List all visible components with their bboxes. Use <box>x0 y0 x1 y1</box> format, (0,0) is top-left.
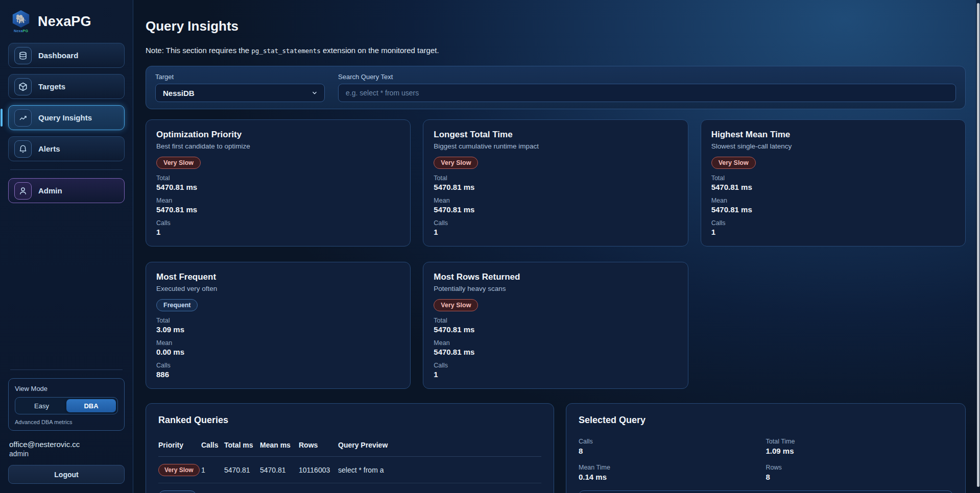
ranked-queries-panel: Ranked Queries Priority Calls Total ms M… <box>146 403 554 493</box>
logout-button[interactable]: Logout <box>8 465 125 484</box>
status-badge: Very Slow <box>434 299 478 311</box>
card-subtitle: Biggest cumulative runtime impact <box>434 142 677 150</box>
card-subtitle: Potentially heavy scans <box>434 285 677 292</box>
search-label: Search Query Text <box>338 73 956 81</box>
card-title: Optimization Priority <box>156 130 400 140</box>
sidebar: 🐘 NexaPG NexaPG Dashboard Targets Query … <box>0 0 133 493</box>
brand: 🐘 NexaPG NexaPG <box>8 9 125 43</box>
chart-line-icon <box>14 109 32 127</box>
sidebar-item-query-insights[interactable]: Query Insights <box>8 105 125 130</box>
table-row[interactable]: Very Slow 1 5470.81 5470.81 10116003 sel… <box>158 457 541 483</box>
card-title: Longest Total Time <box>434 130 677 140</box>
inline-code: pg_stat_statements <box>251 47 320 55</box>
view-mode-toggle: Easy DBA <box>15 397 118 414</box>
sidebar-divider <box>10 369 123 370</box>
sidebar-item-admin[interactable]: Admin <box>8 178 125 203</box>
selected-query-title: Selected Query <box>579 415 953 426</box>
card-highest-mean-time: Highest Mean Time Slowest single-call la… <box>701 119 966 246</box>
view-mode-box: View Mode Easy DBA Advanced DBA metrics <box>8 378 125 431</box>
card-longest-total-time: Longest Total Time Biggest cumulative ru… <box>423 119 688 246</box>
target-select-value: NessiDB <box>163 89 195 97</box>
user-email: office@nesterovic.cc <box>8 439 125 449</box>
status-badge: Frequent <box>156 299 198 311</box>
sidebar-divider <box>10 169 123 170</box>
sidebar-item-alerts[interactable]: Alerts <box>8 136 125 161</box>
priority-badge: Frequent <box>158 490 197 493</box>
brand-name: NexaPG <box>38 14 91 30</box>
table-header-row: Priority Calls Total ms Mean ms Rows Que… <box>158 438 541 457</box>
ranked-queries-table: Priority Calls Total ms Mean ms Rows Que… <box>158 438 541 493</box>
card-title: Most Frequent <box>156 272 400 282</box>
nexapg-logo-icon: 🐘 NexaPG <box>10 10 32 33</box>
bell-icon <box>14 140 32 158</box>
card-title: Most Rows Returned <box>434 272 677 282</box>
cube-icon <box>14 78 32 95</box>
status-badge: Very Slow <box>156 157 201 169</box>
scrollbar-thumb[interactable] <box>977 3 979 487</box>
sidebar-item-targets[interactable]: Targets <box>8 74 125 99</box>
card-title: Highest Mean Time <box>711 130 955 140</box>
status-badge: Very Slow <box>434 157 478 169</box>
card-most-frequent: Most Frequent Executed very often Freque… <box>146 262 411 389</box>
view-mode-option-easy[interactable]: Easy <box>17 399 66 412</box>
search-query-input[interactable] <box>338 84 956 102</box>
page-scrollbar <box>976 0 980 493</box>
view-mode-label: View Mode <box>15 385 118 392</box>
stat-cards-grid: Optimization Priority Best first candida… <box>146 119 966 389</box>
sidebar-item-dashboard[interactable]: Dashboard <box>8 43 125 68</box>
table-row[interactable]: Frequent 879 160.97 0.18 17580 SELECT qu… <box>158 483 541 493</box>
selected-query-panel: Selected Query Calls 8 Total Time 1.09 m… <box>566 403 966 493</box>
card-most-rows-returned: Most Rows Returned Potentially heavy sca… <box>423 262 688 389</box>
target-select[interactable]: NessiDB <box>155 84 325 102</box>
selected-query-metrics: Calls 8 Total Time 1.09 ms Mean Time 0.1… <box>579 438 953 481</box>
database-icon <box>14 47 32 64</box>
card-subtitle: Slowest single-call latency <box>711 142 955 150</box>
card-subtitle: Best first candidate to optimize <box>156 142 400 150</box>
user-role: admin <box>8 449 125 465</box>
page-note: Note: This section requires the pg_stat_… <box>146 46 966 55</box>
target-field: Target NessiDB <box>155 73 325 102</box>
view-mode-caption: Advanced DBA metrics <box>15 419 118 425</box>
search-field-wrap: Search Query Text <box>338 73 956 102</box>
user-icon <box>14 182 32 200</box>
filter-bar: Target NessiDB Search Query Text <box>146 66 966 109</box>
priority-badge: Very Slow <box>158 464 200 476</box>
ranked-queries-title: Ranked Queries <box>158 415 541 426</box>
sql-preview-box: SELECT count(*) <box>579 490 953 493</box>
card-subtitle: Executed very often <box>156 285 400 292</box>
card-optimization-priority: Optimization Priority Best first candida… <box>146 119 411 246</box>
target-label: Target <box>155 73 325 81</box>
view-mode-option-dba[interactable]: DBA <box>66 399 116 412</box>
status-badge: Very Slow <box>711 157 756 169</box>
main-content: Query Insights Note: This section requir… <box>133 0 980 493</box>
page-title: Query Insights <box>146 18 966 34</box>
chevron-down-icon <box>311 89 318 96</box>
